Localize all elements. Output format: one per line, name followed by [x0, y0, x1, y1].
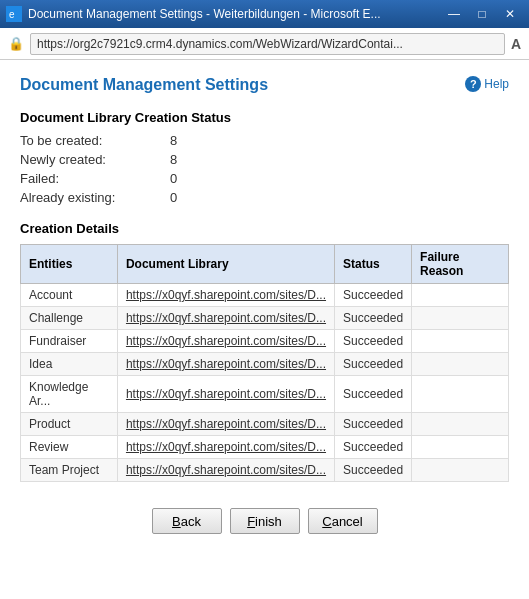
help-icon: ?: [465, 76, 481, 92]
cell-entity: Challenge: [21, 307, 118, 330]
table-row: Producthttps://x0qyf.sharepoint.com/site…: [21, 413, 509, 436]
window-controls: — □ ✕: [441, 4, 523, 24]
finish-button[interactable]: Finish: [230, 508, 300, 534]
lock-icon: 🔒: [8, 36, 24, 51]
cell-entity: Knowledge Ar...: [21, 376, 118, 413]
back-button[interactable]: Back: [152, 508, 222, 534]
cell-library[interactable]: https://x0qyf.sharepoint.com/sites/D...: [117, 459, 334, 482]
app-icon: e: [6, 6, 22, 22]
cell-status: Succeeded: [335, 436, 412, 459]
stat-value-failed: 0: [170, 171, 177, 186]
cancel-button[interactable]: Cancel: [308, 508, 378, 534]
cell-library[interactable]: https://x0qyf.sharepoint.com/sites/D...: [117, 284, 334, 307]
table-row: Team Projecthttps://x0qyf.sharepoint.com…: [21, 459, 509, 482]
title-bar: e Document Management Settings - Weiterb…: [0, 0, 529, 28]
stat-row-newly-created: Newly created: 8: [20, 152, 509, 167]
reader-icon: A: [511, 36, 521, 52]
creation-table: Entities Document Library Status Failure…: [20, 244, 509, 482]
window-title: Document Management Settings - Weiterbil…: [28, 7, 441, 21]
cell-entity: Product: [21, 413, 118, 436]
col-header-status: Status: [335, 245, 412, 284]
cell-library[interactable]: https://x0qyf.sharepoint.com/sites/D...: [117, 330, 334, 353]
cell-entity: Review: [21, 436, 118, 459]
stat-label-newly-created: Newly created:: [20, 152, 170, 167]
stat-row-already-existing: Already existing: 0: [20, 190, 509, 205]
col-header-library: Document Library: [117, 245, 334, 284]
stats-section-title: Document Library Creation Status: [20, 110, 509, 125]
table-row: Reviewhttps://x0qyf.sharepoint.com/sites…: [21, 436, 509, 459]
cell-library[interactable]: https://x0qyf.sharepoint.com/sites/D...: [117, 413, 334, 436]
table-section: Creation Details Entities Document Libra…: [20, 221, 509, 482]
cell-library[interactable]: https://x0qyf.sharepoint.com/sites/D...: [117, 376, 334, 413]
page-title: Document Management Settings: [20, 76, 268, 94]
stat-value-newly-created: 8: [170, 152, 177, 167]
page-header: Document Management Settings ? Help: [20, 76, 509, 94]
stat-label-to-be-created: To be created:: [20, 133, 170, 148]
table-row: Knowledge Ar...https://x0qyf.sharepoint.…: [21, 376, 509, 413]
stat-row-to-be-created: To be created: 8: [20, 133, 509, 148]
cell-reason: [412, 413, 509, 436]
col-header-entities: Entities: [21, 245, 118, 284]
cell-status: Succeeded: [335, 330, 412, 353]
help-label: Help: [484, 77, 509, 91]
cell-status: Succeeded: [335, 413, 412, 436]
cell-reason: [412, 353, 509, 376]
table-row: Ideahttps://x0qyf.sharepoint.com/sites/D…: [21, 353, 509, 376]
cell-library[interactable]: https://x0qyf.sharepoint.com/sites/D...: [117, 436, 334, 459]
cell-reason: [412, 376, 509, 413]
table-header-row: Entities Document Library Status Failure…: [21, 245, 509, 284]
maximize-button[interactable]: □: [469, 4, 495, 24]
svg-text:e: e: [9, 9, 15, 20]
back-underline-b: Back: [172, 514, 201, 529]
cell-library[interactable]: https://x0qyf.sharepoint.com/sites/D...: [117, 307, 334, 330]
stat-label-already-existing: Already existing:: [20, 190, 170, 205]
cell-library[interactable]: https://x0qyf.sharepoint.com/sites/D...: [117, 353, 334, 376]
table-row: Fundraiserhttps://x0qyf.sharepoint.com/s…: [21, 330, 509, 353]
cell-status: Succeeded: [335, 353, 412, 376]
stat-row-failed: Failed: 0: [20, 171, 509, 186]
cell-reason: [412, 307, 509, 330]
cell-status: Succeeded: [335, 284, 412, 307]
address-bar: 🔒 A: [0, 28, 529, 60]
cancel-underline-c: Cancel: [322, 514, 362, 529]
footer: Back Finish Cancel: [20, 498, 509, 538]
table-row: Accounthttps://x0qyf.sharepoint.com/site…: [21, 284, 509, 307]
col-header-reason: Failure Reason: [412, 245, 509, 284]
cell-entity: Idea: [21, 353, 118, 376]
cell-reason: [412, 436, 509, 459]
stat-value-to-be-created: 8: [170, 133, 177, 148]
stat-label-failed: Failed:: [20, 171, 170, 186]
finish-underline-f: Finish: [247, 514, 282, 529]
cell-entity: Team Project: [21, 459, 118, 482]
help-link[interactable]: ? Help: [465, 76, 509, 92]
minimize-button[interactable]: —: [441, 4, 467, 24]
cell-entity: Account: [21, 284, 118, 307]
table-section-title: Creation Details: [20, 221, 509, 236]
main-content: Document Management Settings ? Help Docu…: [0, 60, 529, 599]
cell-status: Succeeded: [335, 376, 412, 413]
table-row: Challengehttps://x0qyf.sharepoint.com/si…: [21, 307, 509, 330]
cell-reason: [412, 330, 509, 353]
stat-value-already-existing: 0: [170, 190, 177, 205]
close-button[interactable]: ✕: [497, 4, 523, 24]
address-input[interactable]: [30, 33, 505, 55]
cell-reason: [412, 284, 509, 307]
cell-entity: Fundraiser: [21, 330, 118, 353]
cell-status: Succeeded: [335, 459, 412, 482]
cell-reason: [412, 459, 509, 482]
stats-section: Document Library Creation Status To be c…: [20, 110, 509, 205]
cell-status: Succeeded: [335, 307, 412, 330]
